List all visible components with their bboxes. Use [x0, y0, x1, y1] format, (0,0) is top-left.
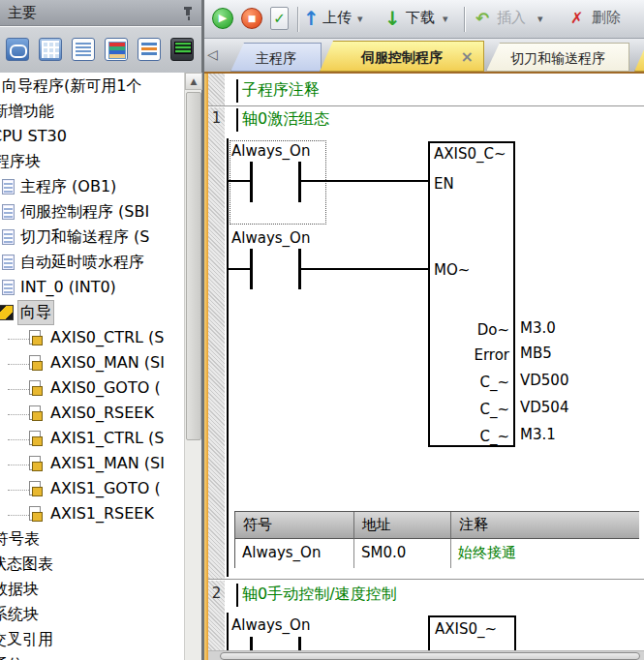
upload-dropdown-icon[interactable]: ▾	[357, 13, 363, 25]
tree-item-spray-program[interactable]: 自动延时喷水程序	[0, 251, 184, 276]
block-output-pin: Error	[474, 346, 509, 364]
symbol-table-header: 地址	[354, 512, 451, 539]
contact-leg[interactable]	[250, 637, 253, 650]
upload-icon[interactable]: ↑	[303, 6, 320, 31]
tree-item-axis1-ctrl[interactable]: AXIS1_CTRL (S	[0, 427, 184, 452]
network-title[interactable]: 轴0手动控制/速度控制	[242, 585, 397, 605]
tree-item-axis0-goto[interactable]: AXIS0_GOTO (	[0, 376, 184, 402]
contact-label[interactable]: Always_On	[231, 229, 310, 247]
tree-item-wizard-programs[interactable]: 向导程序(新可用1个	[0, 75, 184, 100]
contact-label[interactable]: Always_On	[231, 616, 310, 634]
block-output-pin: C_~	[479, 401, 509, 418]
close-tab-icon[interactable]: ×	[461, 42, 474, 73]
tree-item-symbol-table[interactable]: 符号表	[0, 527, 184, 553]
table-view-button[interactable]	[35, 34, 66, 65]
tree-item-wizard[interactable]: 向导	[0, 301, 184, 326]
tree-item-data-block[interactable]: 数据块	[0, 578, 184, 603]
network-number[interactable]: 2	[208, 585, 225, 602]
colored-table-view-button[interactable]	[101, 34, 132, 65]
tab-scroll-left-icon[interactable]: ◁	[207, 46, 218, 62]
tree-item-axis0-man[interactable]: AXIS0_MAN (SI	[0, 351, 184, 376]
program-doc-icon	[2, 255, 15, 270]
wizard-icon	[0, 305, 14, 320]
locked-subroutine-icon	[29, 431, 41, 445]
tree-item-servo-program[interactable]: 伺服控制程序 (SBI	[0, 200, 184, 225]
contact-leg[interactable]	[250, 162, 253, 202]
axis0-block[interactable]: AXIS0_~	[428, 615, 516, 650]
tree-item-cutter-program[interactable]: 切刀和输送程序 (S	[0, 225, 184, 251]
output-operand[interactable]: VD504	[520, 399, 568, 416]
document-view-button[interactable]	[68, 34, 99, 65]
symbol-cell[interactable]: Always_On	[235, 539, 354, 568]
compile-button[interactable]: ✓	[270, 7, 289, 30]
contact-label[interactable]: Always_On	[231, 142, 310, 160]
tree-item-communication[interactable]: 通信	[0, 653, 184, 660]
output-operand[interactable]: M3.0	[520, 319, 556, 337]
contact-leg[interactable]	[250, 249, 253, 289]
output-operand[interactable]: M3.1	[520, 426, 556, 443]
program-doc-icon	[2, 229, 15, 245]
network-title-marker	[236, 584, 238, 607]
monitor-view-icon	[170, 38, 194, 61]
network-number[interactable]: 1	[208, 109, 225, 127]
insert-dropdown-icon[interactable]: ▾	[537, 13, 543, 25]
tree-item-new-features[interactable]: 新增功能	[0, 100, 184, 125]
delete-button[interactable]: 删除	[592, 9, 621, 27]
tab-partial[interactable]	[634, 41, 644, 72]
tree-item-axis0-rseek[interactable]: AXIS0_RSEEK	[0, 402, 184, 427]
tree-item-system-block[interactable]: 系统块	[0, 603, 184, 628]
ladder-editor[interactable]: 子程序注释 1 轴0激活组态 Always_On Always_On AXIS0…	[204, 74, 644, 660]
subroutine-comment[interactable]: 子程序注释	[242, 80, 320, 101]
scroll-up-button[interactable]: ▲	[185, 73, 202, 90]
stop-button[interactable]: ■	[241, 8, 262, 29]
tree-item-program-block[interactable]: 程序块	[0, 150, 184, 175]
tree-item-main-ob1[interactable]: 主程序 (OB1)	[0, 175, 184, 200]
block-input-pin: EN	[434, 175, 454, 193]
tree-item-cpu[interactable]: CPU ST30	[0, 125, 184, 150]
monitor-view-button[interactable]	[167, 34, 198, 65]
block-input-pin: MO~	[434, 261, 470, 279]
network-separator	[208, 105, 644, 106]
output-operand[interactable]: VD500	[520, 372, 568, 389]
download-icon[interactable]: ↓	[384, 6, 401, 31]
run-button[interactable]: ▶	[212, 8, 233, 29]
contact-leg[interactable]	[298, 162, 301, 202]
network-gutter	[208, 74, 225, 660]
tree-item-status-chart[interactable]: 状态图表	[0, 553, 184, 578]
scrollbar-thumb[interactable]	[186, 92, 201, 440]
scrollbar-thumb[interactable]	[220, 652, 640, 660]
tree-item-cross-reference[interactable]: 交叉引用	[0, 628, 184, 653]
tree-item-axis0-ctrl[interactable]: AXIS0_CTRL (S	[0, 326, 184, 351]
tree-item-axis1-goto[interactable]: AXIS1_GOTO (	[0, 477, 184, 502]
address-cell[interactable]: SM0.0	[354, 539, 451, 568]
block-title: AXIS0_C~	[434, 145, 506, 163]
download-button[interactable]: 下载	[406, 9, 435, 27]
main-toolbar: ▶ ■ ✓ ↑ 上传 ▾ ↓ 下载 ▾ ↶ 插入 ▾ ✗ 删除	[204, 0, 644, 39]
pin-icon[interactable]	[182, 7, 194, 20]
contact-leg[interactable]	[298, 637, 301, 650]
project-tree-panel: 主要 向导程序(新可用1个 新增功能 CPU ST30 程序块 主程序 (OB1…	[0, 0, 204, 660]
network-title[interactable]: 轴0激活组态	[242, 109, 329, 130]
horizontal-scrollbar[interactable]	[208, 650, 644, 660]
output-operand[interactable]: MB5	[520, 345, 552, 362]
locked-subroutine-icon	[29, 405, 41, 420]
tag-view-button[interactable]	[2, 34, 33, 65]
symbol-table-header: 注释	[451, 512, 639, 539]
chart-view-button[interactable]	[134, 34, 165, 65]
axis0-ctrl-block[interactable]: AXIS0_C~ EN MO~ Do~ Error C_~ C_~ C_~	[428, 141, 515, 447]
program-doc-icon	[2, 179, 15, 195]
download-dropdown-icon[interactable]: ▾	[443, 13, 448, 25]
upload-button[interactable]: 上传	[322, 9, 352, 27]
tab-cutter-program[interactable]: 切刀和输送程序	[486, 43, 629, 72]
comment-cell[interactable]: 始终接通	[451, 539, 639, 568]
tree-item-int0[interactable]: INT_0 (INT0)	[0, 276, 184, 301]
tree-item-axis1-rseek[interactable]: AXIS1_RSEEK	[0, 502, 184, 527]
app-window: 主要 向导程序(新可用1个 新增功能 CPU ST30 程序块 主程序 (OB1…	[0, 0, 644, 660]
document-view-icon	[72, 38, 95, 61]
tree-scrollbar[interactable]: ▲	[184, 73, 201, 660]
block-output-pin: Do~	[477, 321, 509, 339]
insert-button[interactable]: 插入	[497, 9, 526, 27]
tab-main-program[interactable]: 主程序	[230, 43, 322, 72]
tree-item-axis1-man[interactable]: AXIS1_MAN (SI	[0, 452, 184, 477]
tab-servo-program[interactable]: 伺服控制程序 ×	[320, 41, 484, 72]
